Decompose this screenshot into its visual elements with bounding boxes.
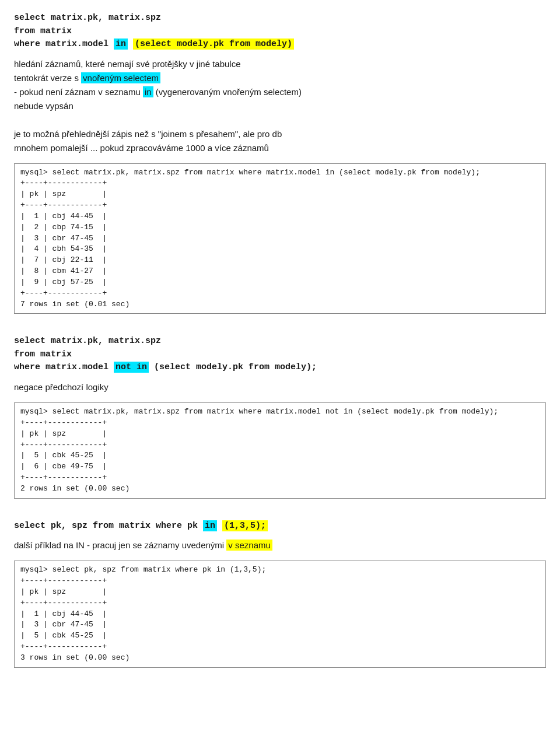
code2-line-1: select matrix.pk, matrix.spz	[14, 335, 546, 348]
code-block-3: select pk, spz from matrix where pk in (…	[14, 520, 546, 533]
prose-line-1: hledání záznamů, které nemají své protěj…	[14, 59, 241, 69]
prose2-line-1: negace předchozí logiky	[14, 382, 108, 392]
keyword-in: in	[114, 38, 128, 50]
section-1: select matrix.pk, matrix.spz from matrix…	[14, 12, 546, 314]
prose-line-2a: tentokrát verze s	[14, 73, 81, 83]
code-line-2: from matrix	[14, 25, 546, 38]
prose-line-3b: (vygenerovaným vnořeným selectem)	[153, 87, 302, 97]
prose3-highlight: v seznamu	[226, 540, 272, 551]
code3-mid	[217, 521, 222, 531]
terminal-1: mysql> select matrix.pk, matrix.spz from…	[14, 163, 546, 314]
section-3: select pk, spz from matrix where pk in (…	[14, 520, 546, 668]
code-block-2: select matrix.pk, matrix.spz from matrix…	[14, 335, 546, 374]
terminal-2: mysql> select matrix.pk, matrix.spz from…	[14, 402, 546, 499]
prose-line-3a: - pokud není záznam v seznamu	[14, 87, 143, 97]
keyword-not-in: not in	[114, 362, 149, 373]
section-2: select matrix.pk, matrix.spz from matrix…	[14, 335, 546, 498]
code2-paren: (select modely.pk from modely);	[149, 362, 317, 372]
code2-where-prefix: where matrix.model	[14, 362, 114, 372]
prose-block-2: negace předchozí logiky	[14, 380, 546, 394]
code-line-1: select matrix.pk, matrix.spz	[14, 12, 546, 25]
keyword-in-3: in	[203, 520, 217, 531]
code-block-1: select matrix.pk, matrix.spz from matrix…	[14, 12, 546, 51]
code2-line-3: where matrix.model not in (select modely…	[14, 361, 546, 374]
code-line-3: where matrix.model in (select modely.pk …	[14, 38, 546, 51]
prose-block-1: hledání záznamů, které nemají své protěj…	[14, 57, 546, 155]
terminal-3: mysql> select pk, spz from matrix where …	[14, 561, 546, 668]
prose3-line-1a: další příklad na IN - pracuj jen se zázn…	[14, 540, 226, 550]
code-where-prefix: where matrix.model	[14, 39, 114, 49]
prose-line-6: je to možná přehlednější zápis než s "jo…	[14, 129, 282, 139]
code3-pre: select pk, spz from matrix where pk	[14, 521, 203, 531]
prose-block-3: další příklad na IN - pracuj jen se zázn…	[14, 538, 546, 552]
code3-line-1: select pk, spz from matrix where pk in (…	[14, 520, 546, 533]
prose-line-4: nebude vypsán	[14, 101, 74, 111]
code-paren	[128, 39, 133, 49]
prose-highlight-vnoреным: vnořeným selectem	[81, 72, 160, 83]
code2-line-2: from matrix	[14, 348, 546, 362]
keyword-paren-expr: (select modely.pk from modely)	[133, 38, 294, 50]
prose-in-keyword: in	[143, 86, 153, 97]
prose-line-7: mnohem pomalejší ... pokud zpracováváme …	[14, 143, 269, 153]
code3-paren: (1,3,5);	[222, 520, 268, 531]
